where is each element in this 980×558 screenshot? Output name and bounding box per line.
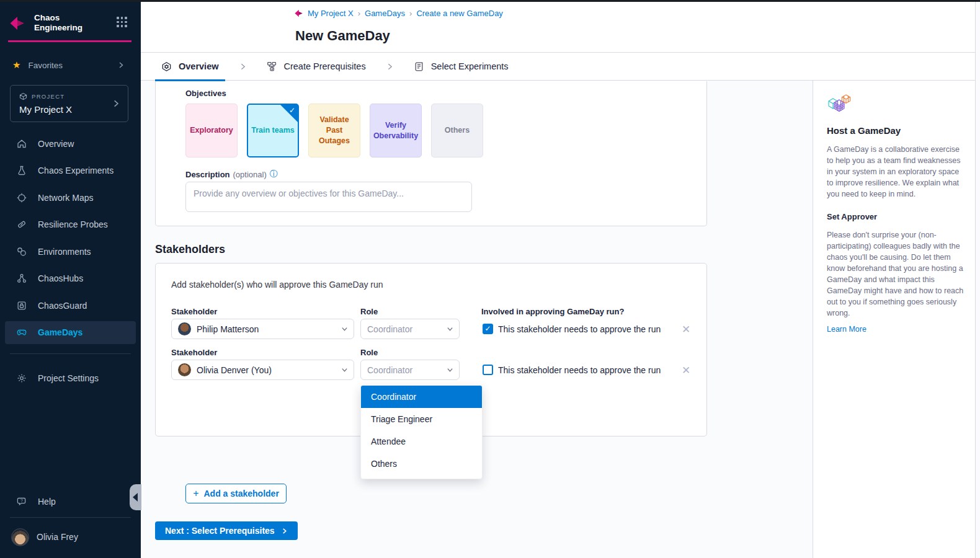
sidebar-item-chaoshubs[interactable]: ChaosHubs [5,265,136,293]
experiments-tab-icon [414,61,424,72]
sidebar-item-help[interactable]: ? Help [5,488,136,515]
stakeholder-select-2[interactable]: Olivia Denver (You) [171,360,354,380]
brand[interactable]: Chaos Engineering [9,12,133,34]
objective-others[interactable]: Others [431,104,483,157]
collapse-arrow-icon [133,493,138,502]
chaos-logo-icon [9,15,25,32]
probe-capsule-icon [16,219,27,230]
approve-checkbox-1[interactable]: ✓ [483,324,493,334]
objectives-card: Objectives Exploratory Train teams ✓ Val… [155,81,707,226]
chevron-down-icon [341,326,348,332]
chevron-sep-icon: › [409,9,412,18]
role-option-triage-engineer[interactable]: Triage Engineer [361,408,482,430]
cube-icon [19,92,27,100]
sidebar-item-environments[interactable]: Environments [5,238,136,265]
next-button[interactable]: Next : Select Prerequisites [155,521,298,540]
sidebar-item-favorites[interactable]: ★ Favorites [0,56,141,74]
plus-icon: + [193,488,198,499]
sidebar-item-network-maps[interactable]: Network Maps [5,184,136,211]
sidebar-divider [10,517,131,518]
remove-stakeholder-1-icon[interactable]: ✕ [682,323,690,336]
project-selector[interactable]: PROJECT My Project X [10,85,128,122]
window-top-strip [0,0,980,2]
approve-label-2: This stakeholder needs to approve the ru… [498,365,661,375]
role-option-coordinator[interactable]: Coordinator [361,386,482,408]
objective-options: Exploratory Train teams ✓ Validate Past … [185,104,483,157]
sidebar-item-overview[interactable]: Overview [5,130,136,157]
sidebar-item-project-settings[interactable]: Project Settings [5,365,136,392]
sidebar-divider [10,353,131,354]
brand-name: Chaos Engineering [34,13,82,33]
sidebar-item-chaosguard[interactable]: ChaosGuard [5,292,136,319]
hub-network-icon [16,273,27,284]
objectives-label: Objectives [185,89,226,98]
objective-validate-past-outages[interactable]: Validate Past Outages [308,104,360,157]
objective-train-teams[interactable]: Train teams ✓ [247,104,299,157]
sidebar-help: ? Help [5,488,136,515]
help-panel-para1: A GameDay is a collaborative exercise to… [827,144,964,200]
breadcrumb-project[interactable]: My Project X [308,9,354,18]
info-icon[interactable]: ⓘ [270,169,278,180]
tab-select-experiments[interactable]: Select Experiments [408,53,515,81]
chevron-right-icon [281,528,288,534]
description-label: Description [185,170,230,179]
sidebar: Chaos Engineering ★ Favorites PROJECT My… [0,2,141,558]
tab-create-prerequisites[interactable]: Create Prerequisites [261,53,372,81]
objective-exploratory[interactable]: Exploratory [185,104,238,157]
role-column-label: Role [360,348,378,357]
approve-checkbox-2[interactable] [483,365,493,375]
chaos-module-icon [294,9,303,18]
scrollbar-track[interactable] [975,2,980,558]
role-option-attendee[interactable]: Attendee [361,430,482,453]
description-input[interactable] [185,182,472,212]
help-panel-para2: Please don't surprise your (non-particip… [827,229,964,319]
role-dropdown-menu: Coordinator Triage Engineer Attendee Oth… [360,385,483,479]
stakeholder-select-1[interactable]: Philip Matterson [171,319,354,339]
gear-icon [16,373,27,384]
help-chat-icon: ? [16,496,27,507]
sidebar-item-chaos-experiments[interactable]: Chaos Experiments [5,157,136,185]
gamepad-icon [16,327,27,338]
description-label-row: Description (optional) ⓘ [185,169,278,180]
chevron-right-icon [112,99,120,108]
user-name: Olivia Frey [37,532,78,542]
breadcrumb-current[interactable]: Create a new GameDay [416,9,502,18]
sidebar-item-resilience-probes[interactable]: Resilience Probes [5,211,136,239]
project-label-row: PROJECT [19,92,65,100]
tab-overview[interactable]: Overview [155,53,225,81]
chevron-right-icon [386,63,394,71]
role-select-2[interactable]: Coordinator [360,360,460,380]
approve-label-1: This stakeholder needs to approve the ru… [498,324,661,334]
add-stakeholder-button[interactable]: + Add a stakeholder [185,484,287,503]
page-header: My Project X › GameDays › Create a new G… [141,2,980,53]
prerequisites-tab-icon [267,61,277,72]
user-menu[interactable]: Olivia Frey [0,525,141,549]
role-select-1[interactable]: Coordinator [360,319,460,339]
step-tabbar: Overview Create Prerequisites Select Exp… [141,53,980,81]
stakeholders-heading: Stakeholders [155,243,225,256]
sidebar-nav: Overview Chaos Experiments Network Maps … [5,130,136,346]
avatar [178,363,191,376]
involved-column-label: Involved in approving GameDay run? [481,307,624,316]
learn-more-link[interactable]: Learn More [827,325,866,334]
objective-verify-obervability[interactable]: Verify Obervability [370,104,422,157]
chevron-right-icon [117,61,125,69]
avatar [11,528,29,546]
role-column-label: Role [360,307,378,316]
chevron-down-icon [447,366,453,373]
gameday-cubes-icon [827,94,853,117]
chevron-right-icon [239,63,247,71]
flask-icon [16,165,27,176]
sidebar-item-gamedays[interactable]: GameDays [5,321,136,344]
stakeholders-intro: Add stakeholder(s) who will approve this… [171,280,383,290]
sidebar-collapse-handle[interactable] [130,484,141,510]
role-option-others[interactable]: Others [361,453,482,475]
apps-grid-icon[interactable] [117,17,129,29]
help-panel-heading: Host a GameDay [827,125,963,136]
project-name: My Project X [19,104,72,115]
remove-stakeholder-2-icon[interactable]: ✕ [682,364,690,377]
stakeholder-column-label: Stakeholder [171,307,217,316]
overview-tab-icon [161,61,172,72]
breadcrumb-gamedays[interactable]: GameDays [365,9,405,18]
chevron-down-icon [341,366,348,373]
